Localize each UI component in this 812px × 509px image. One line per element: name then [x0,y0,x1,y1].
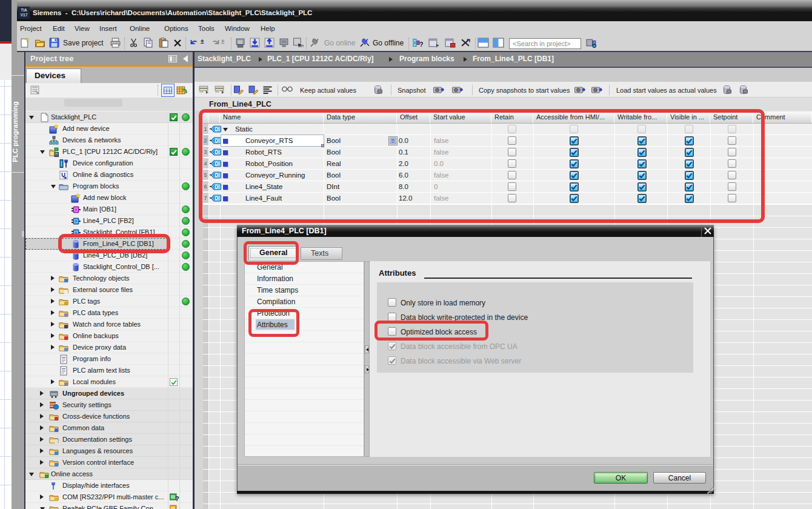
svg-text:?: ? [175,495,179,502]
